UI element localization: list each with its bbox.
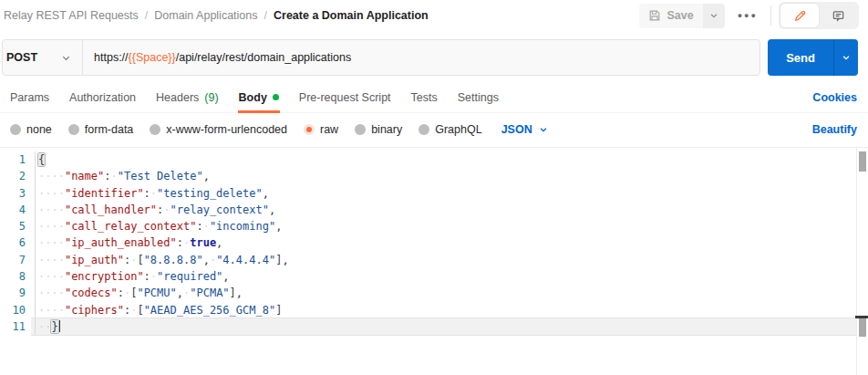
line-number: 3 xyxy=(0,185,31,202)
send-options-button[interactable] xyxy=(833,39,858,76)
send-button-label: Send xyxy=(786,51,815,65)
line-number: 1 xyxy=(0,151,31,168)
save-options-button[interactable] xyxy=(703,4,725,28)
tab-pre-request-script[interactable]: Pre-request Script xyxy=(289,82,401,112)
save-floppy-icon xyxy=(648,9,661,22)
breadcrumb-folder[interactable]: Domain Applications xyxy=(154,9,257,22)
comments-button[interactable] xyxy=(819,4,857,27)
code-text: { xyxy=(36,151,868,168)
request-tabs-row: ParamsAuthorizationHeaders(9)BodyPre-req… xyxy=(0,82,868,113)
raw-language-label: JSON xyxy=(501,123,532,136)
tab-headers[interactable]: Headers(9) xyxy=(146,82,229,112)
send-button[interactable]: Send xyxy=(768,39,833,76)
tab-label: Settings xyxy=(458,91,499,104)
code-line[interactable]: 10····"ciphers":·["AEAD_AES_256_GCM_8"] xyxy=(0,302,868,318)
send-button-group: Send xyxy=(768,39,858,76)
beautify-link[interactable]: Beautify xyxy=(812,123,857,136)
tab-authorization[interactable]: Authorization xyxy=(59,82,146,112)
chevron-down-icon xyxy=(539,125,548,134)
json-body-editor[interactable]: 1{2····"name":·"Test Delete",3····"ident… xyxy=(0,147,868,375)
body-type-graphql[interactable]: GraphQL xyxy=(410,123,490,136)
code-text: ····"call_handler":·"relay_context", xyxy=(36,202,868,218)
code-text: ····"encryption":·"required", xyxy=(36,268,868,285)
request-url-row: POST https://{{Space}}/api/relay/rest/do… xyxy=(2,39,858,76)
tab-label: Pre-request Script xyxy=(299,91,391,104)
body-set-dot-icon xyxy=(273,94,279,100)
code-line[interactable]: 11··} xyxy=(0,318,868,335)
radio-icon xyxy=(355,124,366,135)
pencil-icon xyxy=(793,9,807,23)
line-number: 11 xyxy=(0,318,31,335)
edit-mode-button[interactable] xyxy=(780,4,819,27)
method-select[interactable]: POST xyxy=(3,40,83,75)
scrollbar-cursor-thumb xyxy=(859,318,866,337)
code-line[interactable]: 3····"identifier":·"testing_delete", xyxy=(0,185,868,202)
radio-label: none xyxy=(26,123,52,136)
line-number: 6 xyxy=(0,234,31,251)
save-button-label: Save xyxy=(666,9,693,22)
code-line[interactable]: 5····"call_relay_context":·"incoming", xyxy=(0,218,868,234)
code-line[interactable]: 6····"ip_auth_enabled":·true, xyxy=(0,234,868,251)
breadcrumb-collection[interactable]: Relay REST API Requests xyxy=(4,9,139,22)
code-text: ····"ciphers":·["AEAD_AES_256_GCM_8"] xyxy=(36,302,868,318)
body-type-none[interactable]: none xyxy=(2,123,60,136)
cookies-link[interactable]: Cookies xyxy=(812,91,857,104)
tab-label: Authorization xyxy=(69,91,136,104)
editor-lines: 1{2····"name":·"Test Delete",3····"ident… xyxy=(0,148,868,335)
request-tabs: ParamsAuthorizationHeaders(9)BodyPre-req… xyxy=(0,82,509,112)
tab-count-badge: (9) xyxy=(204,91,218,104)
code-text: ····"ip_auth":·["8.8.8.8",·"4.4.4.4"], xyxy=(36,252,868,268)
line-number: 5 xyxy=(0,218,31,234)
chevron-down-icon xyxy=(709,11,718,20)
code-text: ····"identifier":·"testing_delete", xyxy=(36,185,868,202)
radio-icon xyxy=(304,124,315,135)
comment-icon xyxy=(832,9,845,23)
url-variable: {{Space}} xyxy=(129,51,176,64)
tab-label: Params xyxy=(10,91,49,104)
chevron-down-icon xyxy=(61,53,71,63)
line-number: 4 xyxy=(0,202,31,218)
body-type-row: noneform-datax-www-form-urlencodedrawbin… xyxy=(0,113,868,145)
line-number: 2 xyxy=(0,168,31,184)
code-line[interactable]: 8····"encryption":·"required", xyxy=(0,268,868,285)
header-actions: Save ●●● xyxy=(639,2,859,29)
line-number: 8 xyxy=(0,268,31,285)
code-line[interactable]: 4····"call_handler":·"relay_context", xyxy=(0,202,868,218)
save-button[interactable]: Save xyxy=(639,4,724,28)
radio-icon xyxy=(418,124,429,135)
body-type-raw[interactable]: raw xyxy=(295,123,346,136)
radio-icon xyxy=(10,124,21,135)
code-line[interactable]: 7····"ip_auth":·["8.8.8.8",·"4.4.4.4"], xyxy=(0,252,868,268)
tab-settings[interactable]: Settings xyxy=(448,82,509,112)
tab-label: Headers xyxy=(156,91,199,104)
line-number: 7 xyxy=(0,252,31,268)
editor-scrollbar[interactable] xyxy=(856,148,868,375)
request-editor-app: Relay REST API Requests / Domain Applica… xyxy=(0,0,868,375)
code-line[interactable]: 2····"name":·"Test Delete", xyxy=(0,168,868,184)
body-type-x-www-form-urlencoded[interactable]: x-www-form-urlencoded xyxy=(141,123,295,136)
tab-tests[interactable]: Tests xyxy=(401,82,448,112)
edit-comment-toggle xyxy=(779,2,859,29)
body-type-binary[interactable]: binary xyxy=(346,123,410,136)
body-type-form-data[interactable]: form-data xyxy=(60,123,142,136)
code-text: ····"ip_auth_enabled":·true, xyxy=(36,234,868,251)
radio-label: form-data xyxy=(85,123,134,136)
more-actions-button[interactable]: ●●● xyxy=(732,11,763,20)
url-input[interactable]: https://{{Space}}/api/relay/rest/domain_… xyxy=(83,40,760,75)
radio-label: raw xyxy=(320,123,338,136)
tab-body[interactable]: Body xyxy=(229,82,289,112)
radio-label: binary xyxy=(371,123,402,136)
breadcrumb-request-title[interactable]: Create a Domain Application xyxy=(274,9,429,22)
breadcrumb-separator: / xyxy=(264,9,267,22)
tab-params[interactable]: Params xyxy=(0,82,59,112)
scrollbar-thumb[interactable] xyxy=(859,151,866,172)
code-line[interactable]: 9····"codecs":·["PCMU",·"PCMA"], xyxy=(0,285,868,301)
raw-language-select[interactable]: JSON xyxy=(501,123,548,136)
radio-icon xyxy=(150,124,160,135)
breadcrumb-separator: / xyxy=(145,9,148,22)
url-box: POST https://{{Space}}/api/relay/rest/do… xyxy=(2,39,760,76)
tab-label: Body xyxy=(239,91,267,104)
line-number: 10 xyxy=(0,302,31,318)
code-line[interactable]: 1{ xyxy=(0,151,868,168)
code-text: ····"name":·"Test Delete", xyxy=(36,168,868,184)
